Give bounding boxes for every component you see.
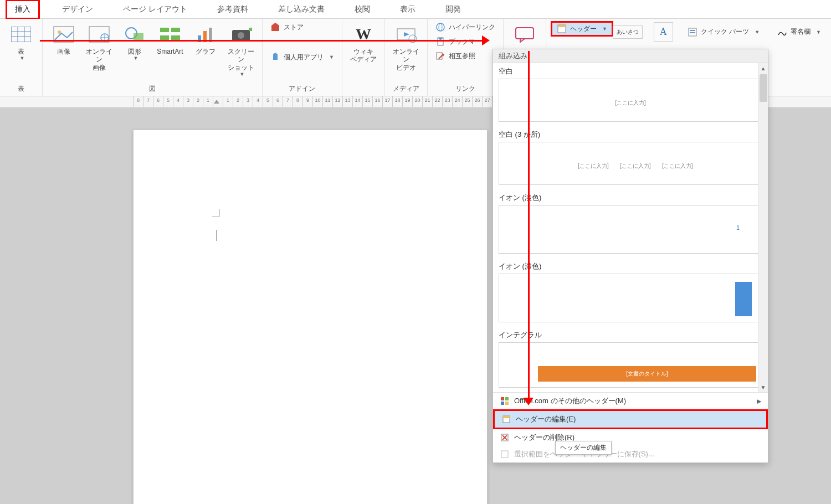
table-button[interactable]: 表 ▼ bbox=[4, 21, 38, 63]
ruler-tick: 12 bbox=[332, 96, 342, 107]
store-button[interactable]: ストア bbox=[267, 21, 337, 33]
gallery-item-ion-light[interactable]: 1 bbox=[499, 205, 762, 254]
shapes-button[interactable]: 図形 ▼ bbox=[118, 21, 151, 63]
chart-icon bbox=[194, 23, 217, 45]
ion-dark-block bbox=[735, 282, 752, 316]
edit-header[interactable]: ヘッダーの編集(E) bbox=[493, 409, 768, 429]
gallery-item-blank3[interactable]: [ここに入力] [ここに入力] [ここに入力] bbox=[499, 142, 762, 185]
gallery-scrollbar[interactable]: ▲ ▼ bbox=[758, 63, 768, 392]
ribbon-tabs: 挿入 デザイン ページ レイアウト 参考資料 差し込み文書 校閲 表示 開発 bbox=[0, 0, 831, 19]
tab-review[interactable]: 校閲 bbox=[347, 1, 378, 18]
ruler-tick: 8 bbox=[293, 96, 302, 107]
ribbon-right-cluster: あいさつ A クイック パーツ ▼ 署名欄 ▼ bbox=[613, 22, 824, 42]
store-label: ストア bbox=[284, 23, 304, 32]
more-headers-office[interactable]: Office.com のその他のヘッダー(M) ▶ bbox=[493, 393, 768, 409]
ruler-tick: 7 bbox=[283, 96, 293, 107]
edit-header-icon bbox=[501, 414, 511, 424]
online-pictures-icon bbox=[88, 23, 110, 45]
ruler-tick: 2 bbox=[233, 96, 243, 107]
scroll-down-icon[interactable]: ▼ bbox=[758, 382, 768, 392]
online-video-button[interactable]: オンライン ビデオ bbox=[389, 21, 423, 74]
wikipedia-button[interactable]: W ウィキ ペディア bbox=[347, 21, 380, 66]
group-addins-caption: アドイン bbox=[267, 83, 337, 95]
scroll-up-icon[interactable]: ▲ bbox=[758, 63, 768, 73]
ruler-tick: 15 bbox=[362, 96, 372, 107]
ruler-tick: 5 bbox=[163, 96, 173, 107]
group-media: オンライン ビデオ メディア bbox=[385, 19, 428, 96]
svg-rect-23 bbox=[271, 25, 279, 31]
ruler-tick: 5 bbox=[263, 96, 273, 107]
gallery-item-blank3-label: 空白 (3 か所) bbox=[493, 126, 768, 142]
svg-rect-43 bbox=[505, 397, 509, 400]
svg-rect-47 bbox=[503, 416, 510, 418]
header-label: ヘッダー bbox=[570, 24, 597, 34]
indent-marker-icon[interactable] bbox=[214, 100, 219, 104]
screenshot-label: スクリーン ショット bbox=[225, 48, 257, 71]
tab-mailings[interactable]: 差し込み文書 bbox=[270, 1, 332, 18]
textbox-button[interactable]: A bbox=[654, 22, 673, 42]
svg-rect-13 bbox=[160, 28, 169, 32]
ruler-tick: 11 bbox=[322, 96, 332, 107]
tab-insert[interactable]: 挿入 bbox=[6, 0, 40, 19]
chevron-down-icon: ▼ bbox=[20, 55, 25, 61]
tab-page-layout[interactable]: ページ レイアウト bbox=[115, 1, 195, 18]
gallery-item-blank[interactable]: [ここに入力] bbox=[499, 79, 762, 122]
my-addins-button[interactable]: 個人用アプリ ▼ bbox=[267, 51, 337, 63]
online-video-label: オンライン ビデオ bbox=[391, 48, 422, 71]
crossref-icon bbox=[435, 51, 445, 61]
hyperlink-button[interactable]: ハイパーリンク bbox=[432, 21, 499, 33]
group-illustrations: 画像 オンライン 画像 図形 ▼ SmartArt グラフ スクリーン シ bbox=[43, 19, 263, 96]
chevron-right-icon: ▶ bbox=[757, 398, 761, 405]
quick-parts-label: クイック パーツ bbox=[701, 27, 749, 37]
svg-rect-38 bbox=[558, 25, 566, 27]
svg-rect-41 bbox=[690, 32, 695, 33]
tab-view[interactable]: 表示 bbox=[392, 1, 423, 18]
svg-rect-14 bbox=[171, 28, 180, 32]
svg-point-30 bbox=[439, 23, 442, 31]
header-icon bbox=[557, 24, 567, 34]
ruler-tick: 24 bbox=[452, 96, 462, 107]
online-pictures-button[interactable]: オンライン 画像 bbox=[83, 21, 116, 74]
group-table: 表 ▼ 表 bbox=[0, 19, 43, 96]
gallery-item-ion-dark[interactable] bbox=[499, 274, 762, 322]
remove-header[interactable]: ヘッダーの削除(R) bbox=[493, 429, 768, 446]
scrollbar-thumb[interactable] bbox=[760, 74, 767, 102]
pictures-label: 画像 bbox=[57, 48, 70, 55]
ruler-tick: 6 bbox=[273, 96, 283, 107]
header-button[interactable]: ヘッダー ▼ bbox=[551, 21, 613, 37]
addins-icon bbox=[270, 52, 280, 62]
ruler-tick: 3 bbox=[183, 96, 193, 107]
group-links-caption: リンク bbox=[432, 83, 499, 95]
tab-design[interactable]: デザイン bbox=[54, 1, 101, 18]
ruler-tick: 17 bbox=[382, 96, 392, 107]
group-addins: ストア 個人用アプリ ▼ アドイン bbox=[263, 19, 342, 96]
ruler-tick: 10 bbox=[312, 96, 322, 107]
signature-label: 署名欄 bbox=[791, 27, 811, 37]
tab-developer[interactable]: 開発 bbox=[438, 1, 469, 18]
blank3-p2: [ここに入力] bbox=[620, 162, 651, 170]
screenshot-button[interactable]: スクリーン ショット ▼ bbox=[224, 21, 258, 79]
table-label: 表 bbox=[18, 48, 24, 55]
ruler-tick: 26 bbox=[472, 96, 482, 107]
ruler-tick: 20 bbox=[412, 96, 422, 107]
document-page[interactable] bbox=[133, 130, 488, 504]
edit-header-label: ヘッダーの編集(E) bbox=[516, 414, 576, 424]
hyperlink-label: ハイパーリンク bbox=[449, 23, 495, 32]
gallery-item-integral-label: インテグラル bbox=[493, 327, 768, 342]
greeting-button[interactable]: あいさつ bbox=[613, 25, 643, 39]
shapes-label: 図形 bbox=[128, 48, 141, 55]
save-to-gallery: 選択範囲をヘッダー ギャラリーに保存(S)... bbox=[493, 446, 768, 462]
svg-marker-25 bbox=[273, 53, 278, 60]
signature-icon bbox=[777, 27, 787, 37]
ruler-tick: 7 bbox=[143, 96, 153, 107]
my-addins-label: 個人用アプリ bbox=[284, 53, 324, 62]
hyperlink-icon bbox=[435, 22, 445, 32]
svg-point-6 bbox=[58, 30, 61, 34]
tab-references[interactable]: 参考資料 bbox=[209, 1, 256, 18]
quick-parts-button[interactable]: クイック パーツ ▼ bbox=[684, 26, 763, 38]
gallery-item-integral[interactable]: [文書のタイトル] bbox=[499, 342, 762, 388]
gallery-category: 組み込み bbox=[493, 49, 768, 63]
crossref-button[interactable]: 相互参照 bbox=[432, 50, 499, 62]
signature-button[interactable]: 署名欄 ▼ bbox=[774, 26, 824, 38]
svg-marker-27 bbox=[404, 32, 409, 37]
